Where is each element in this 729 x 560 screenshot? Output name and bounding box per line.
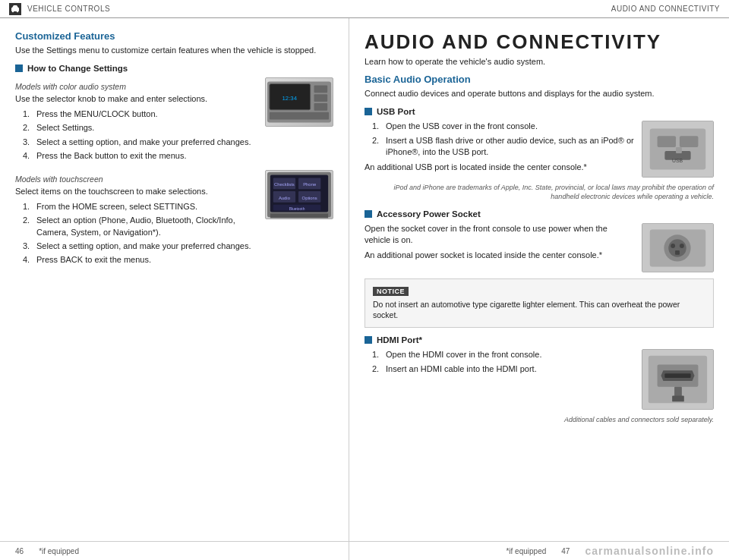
hdmi-heading: HDMI Port* bbox=[364, 335, 714, 344]
svg-rect-38 bbox=[675, 250, 680, 255]
svg-rect-24 bbox=[270, 214, 328, 219]
page-header: VEHICLE CONTROLS AUDIO AND CONNECTIVITY bbox=[0, 0, 729, 18]
header-left-label: VEHICLE CONTROLS bbox=[27, 5, 110, 13]
svg-point-2 bbox=[17, 10, 18, 11]
page-intro: Learn how to operate the vehicle's audio… bbox=[364, 57, 714, 66]
main-content: Customized Features Use the Settings men… bbox=[0, 18, 729, 560]
notice-label: NOTICE bbox=[373, 287, 409, 296]
color-audio-steps: 1.Press the MENU/CLOCK button. 2.Select … bbox=[15, 109, 259, 162]
power-section: Open the socket cover in the front conso… bbox=[364, 223, 714, 272]
power-body1: Open the socket cover in the front conso… bbox=[364, 223, 636, 247]
svg-text:Bluetooth: Bluetooth bbox=[289, 207, 305, 211]
notice-box: NOTICE Do not insert an automotive type … bbox=[364, 278, 714, 328]
svg-marker-3 bbox=[12, 5, 18, 8]
usb-image: USB bbox=[642, 121, 714, 178]
hdmi-caption: Additional cables and connectors sold se… bbox=[364, 416, 714, 425]
list-item: 1.From the HOME screen, select SETTINGS. bbox=[23, 201, 259, 212]
page-footer: 46 *if equipped *if equipped 47 carmanua… bbox=[0, 541, 729, 560]
how-to-heading: How to Change Settings bbox=[15, 64, 333, 73]
list-item: 4.Press the Back button to exit the menu… bbox=[23, 150, 259, 162]
watermark: carmanualsonline.info bbox=[585, 545, 714, 557]
svg-text:Phone: Phone bbox=[303, 183, 316, 187]
list-item: 4.Press BACK to exit the menus. bbox=[23, 254, 259, 266]
hdmi-steps: 1.Open the HDMI cover in the front conso… bbox=[364, 349, 636, 375]
svg-rect-43 bbox=[664, 373, 690, 378]
touchscreen-subhead: Models with touchscreen bbox=[15, 175, 259, 184]
power-label: Accessory Power Socket bbox=[377, 209, 481, 219]
color-audio-image: 12:34 bbox=[265, 77, 333, 127]
touchscreen-image: Checklists Phone Audio Options Bluetooth bbox=[265, 170, 333, 219]
svg-text:Options: Options bbox=[302, 196, 317, 200]
usb-label: USB Port bbox=[377, 107, 415, 116]
basic-audio-title: Basic Audio Operation bbox=[364, 74, 714, 85]
power-bullet-icon bbox=[364, 210, 372, 218]
footer-left: 46 *if equipped bbox=[15, 545, 79, 557]
svg-text:Checklists: Checklists bbox=[274, 183, 295, 187]
list-item: 2.Select an option (Phone, Audio, Blueto… bbox=[23, 215, 259, 238]
usb-text: 1.Open the USB cover in the front consol… bbox=[364, 121, 636, 178]
touchscreen-text: Models with touchscreen Select items on … bbox=[15, 170, 259, 268]
usb-section: 1.Open the USB cover in the front consol… bbox=[364, 121, 714, 178]
right-page-num: 47 bbox=[561, 547, 570, 555]
svg-rect-10 bbox=[314, 103, 328, 111]
list-item: 1.Open the HDMI cover in the front conso… bbox=[372, 349, 636, 360]
list-item: 1.Press the MENU/CLOCK button. bbox=[23, 109, 259, 120]
svg-rect-27 bbox=[658, 137, 676, 148]
power-image bbox=[642, 223, 714, 272]
svg-point-36 bbox=[671, 244, 675, 248]
bullet-icon bbox=[15, 64, 23, 72]
color-audio-subhead: Models with color audio system bbox=[15, 82, 259, 91]
touchscreen-steps: 1.From the HOME screen, select SETTINGS.… bbox=[15, 201, 259, 266]
page-title: AUDIO AND CONNECTIVITY bbox=[364, 30, 714, 54]
left-footnote: *if equipped bbox=[39, 547, 79, 555]
hdmi-section: 1.Open the HDMI cover in the front conso… bbox=[364, 349, 714, 410]
svg-text:USB: USB bbox=[672, 158, 683, 163]
left-page-num: 46 bbox=[15, 547, 24, 555]
list-item: 3.Select a setting option, and make your… bbox=[23, 137, 259, 148]
color-audio-body: Use the selector knob to make and enter … bbox=[15, 93, 259, 105]
right-footnote: *if equipped bbox=[506, 547, 546, 555]
vehicle-icon bbox=[9, 3, 21, 15]
svg-point-1 bbox=[12, 10, 14, 11]
basic-audio-intro: Connect audio devices and operate button… bbox=[364, 88, 714, 99]
list-item: 2.Select Settings. bbox=[23, 122, 259, 134]
list-item: 2.Insert a USB flash drive or other audi… bbox=[372, 135, 636, 159]
svg-rect-45 bbox=[672, 396, 684, 402]
svg-point-37 bbox=[680, 244, 684, 248]
svg-rect-11 bbox=[270, 112, 329, 120]
svg-rect-28 bbox=[680, 137, 698, 148]
usb-additional: An additional USB port is located inside… bbox=[364, 162, 636, 173]
power-heading: Accessory Power Socket bbox=[364, 209, 714, 219]
svg-text:12:34: 12:34 bbox=[282, 95, 298, 102]
hdmi-text: 1.Open the HDMI cover in the front conso… bbox=[364, 349, 636, 410]
svg-rect-30 bbox=[676, 147, 682, 153]
list-item: 1.Open the USB cover in the front consol… bbox=[372, 121, 636, 132]
left-column: Customized Features Use the Settings men… bbox=[0, 18, 349, 560]
power-text: Open the socket cover in the front conso… bbox=[364, 223, 636, 272]
usb-heading: USB Port bbox=[364, 107, 714, 116]
left-intro: Use the Settings menu to customize certa… bbox=[15, 45, 333, 56]
notice-text: Do not insert an automotive type cigaret… bbox=[373, 299, 705, 321]
header-left: VEHICLE CONTROLS bbox=[9, 3, 110, 15]
list-item: 3.Select a setting option, and make your… bbox=[23, 241, 259, 252]
usb-bullet-icon bbox=[364, 108, 372, 115]
footer-right: *if equipped 47 carmanualsonline.info bbox=[506, 545, 714, 557]
touchscreen-section: Models with touchscreen Select items on … bbox=[15, 170, 333, 268]
usb-steps: 1.Open the USB cover in the front consol… bbox=[364, 121, 636, 158]
left-section-title: Customized Features bbox=[15, 30, 333, 42]
header-right-label: AUDIO AND CONNECTIVITY bbox=[611, 5, 720, 13]
right-column: AUDIO AND CONNECTIVITY Learn how to oper… bbox=[349, 18, 729, 560]
svg-rect-9 bbox=[314, 95, 328, 102]
how-to-label: How to Change Settings bbox=[27, 64, 128, 73]
touchscreen-body: Select items on the touchscreen to make … bbox=[15, 186, 259, 197]
hdmi-image bbox=[642, 349, 714, 410]
list-item: 2.Insert an HDMI cable into the HDMI por… bbox=[372, 363, 636, 375]
color-audio-section: Models with color audio system Use the s… bbox=[15, 77, 333, 164]
color-audio-text: Models with color audio system Use the s… bbox=[15, 77, 259, 164]
hdmi-bullet-icon bbox=[364, 336, 372, 344]
usb-caption: iPod and iPhone are trademarks of Apple,… bbox=[364, 184, 714, 201]
hdmi-label: HDMI Port* bbox=[377, 335, 422, 344]
svg-text:Audio: Audio bbox=[279, 196, 291, 200]
svg-rect-8 bbox=[314, 86, 328, 93]
power-body2: An additional power socket is located in… bbox=[364, 250, 636, 261]
